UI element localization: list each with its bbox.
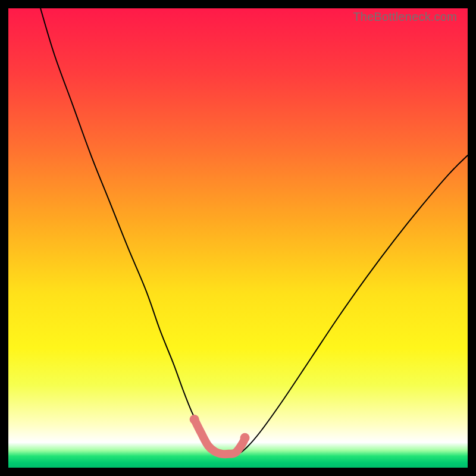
watermark-text: TheBottleneck.com	[353, 10, 457, 24]
chart-frame: TheBottleneck.com	[8, 8, 468, 468]
gradient-background	[8, 8, 468, 468]
svg-point-0	[190, 415, 199, 424]
bottleneck-chart	[8, 8, 468, 468]
svg-point-1	[240, 433, 250, 443]
